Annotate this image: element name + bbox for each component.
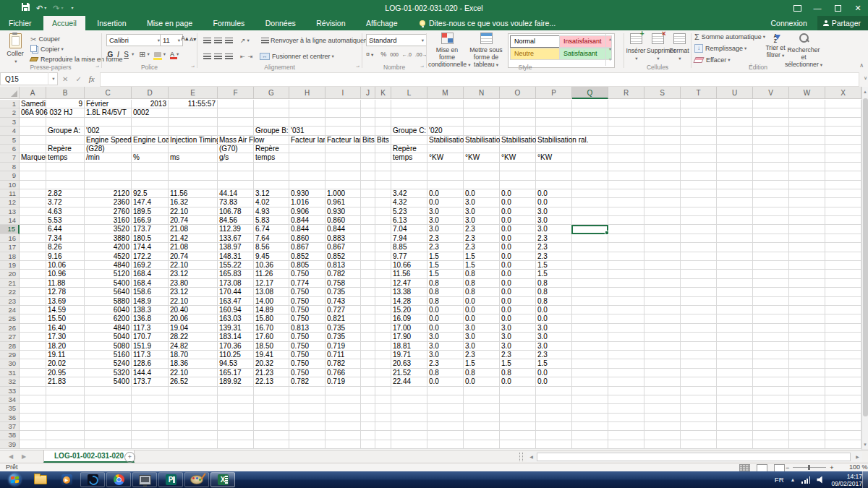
- cell-Q22[interactable]: [572, 288, 608, 296]
- cell-W15[interactable]: [789, 225, 825, 234]
- cell-R30[interactable]: [608, 359, 644, 368]
- cell-H25[interactable]: 0.750: [289, 314, 326, 323]
- cell-L34[interactable]: [391, 395, 427, 404]
- cell-E35[interactable]: [169, 404, 218, 413]
- cell-N16[interactable]: 2.3: [464, 234, 500, 243]
- cell-T34[interactable]: [681, 395, 717, 404]
- cell-J2[interactable]: [361, 108, 375, 117]
- cell-V26[interactable]: [753, 324, 789, 333]
- cell-I18[interactable]: 0.852: [326, 252, 361, 261]
- cell-H31[interactable]: 0.750: [289, 369, 326, 377]
- cell-P15[interactable]: 3.0: [536, 225, 572, 234]
- cell-C8[interactable]: [85, 163, 132, 171]
- cell-C11[interactable]: 2120: [85, 189, 132, 198]
- row-header-27[interactable]: 27: [0, 333, 20, 341]
- cell-Q24[interactable]: [572, 306, 608, 314]
- cell-V27[interactable]: [753, 333, 789, 341]
- cell-U24[interactable]: [717, 306, 753, 314]
- cell-V22[interactable]: [753, 288, 789, 296]
- cell-K37[interactable]: [375, 422, 391, 431]
- cell-S27[interactable]: [644, 333, 681, 341]
- cell-U33[interactable]: [717, 387, 753, 395]
- cell-N38[interactable]: [464, 431, 500, 440]
- cell-P30[interactable]: 1.5: [536, 359, 572, 368]
- cell-E27[interactable]: 28.22: [169, 333, 218, 341]
- cell-Q39[interactable]: [572, 440, 608, 449]
- cell-L13[interactable]: 5.23: [391, 207, 427, 216]
- cell-O10[interactable]: [500, 181, 536, 189]
- cell-D39[interactable]: [132, 440, 169, 449]
- cell-B15[interactable]: 6.44: [46, 225, 85, 234]
- cell-I15[interactable]: 0.844: [326, 225, 361, 234]
- cell-E15[interactable]: 21.08: [169, 225, 218, 234]
- cell-V20[interactable]: [753, 270, 789, 278]
- cell-Q2[interactable]: [572, 108, 608, 117]
- format-cells-button[interactable]: Format▾: [668, 33, 690, 62]
- cell-N28[interactable]: 3.0: [464, 342, 500, 351]
- cell-W20[interactable]: [789, 270, 825, 278]
- cell-M37[interactable]: [427, 422, 464, 431]
- cell-S6[interactable]: [644, 145, 681, 153]
- italic-button[interactable]: I: [114, 51, 122, 59]
- cell-I35[interactable]: [326, 404, 361, 413]
- cell-F18[interactable]: 148.31: [218, 252, 254, 261]
- cell-B1[interactable]: 9: [46, 100, 85, 108]
- column-header-K[interactable]: K: [375, 87, 391, 99]
- cell-A4[interactable]: [20, 127, 46, 135]
- cell-D29[interactable]: 117.3: [132, 351, 169, 359]
- style-normal[interactable]: Normal: [510, 35, 563, 48]
- cell-T39[interactable]: [681, 440, 717, 449]
- cell-D7[interactable]: %: [132, 153, 169, 162]
- cell-P4[interactable]: [536, 127, 572, 135]
- cell-T29[interactable]: [681, 351, 717, 359]
- cell-X37[interactable]: [825, 422, 861, 431]
- row-header-5[interactable]: 5: [0, 136, 20, 145]
- row-header-28[interactable]: 28: [0, 342, 20, 351]
- row-header-32[interactable]: 32: [0, 377, 20, 386]
- cell-D31[interactable]: 144.4: [132, 369, 169, 377]
- cell-S18[interactable]: [644, 252, 681, 261]
- cell-V25[interactable]: [753, 314, 789, 323]
- cell-K11[interactable]: [375, 189, 391, 198]
- cell-G14[interactable]: 5.83: [254, 216, 289, 225]
- cell-W5[interactable]: [789, 136, 825, 145]
- cell-O39[interactable]: [500, 440, 536, 449]
- cell-H13[interactable]: 0.906: [289, 207, 326, 216]
- cell-T5[interactable]: [681, 136, 717, 145]
- cell-K6[interactable]: [375, 145, 391, 153]
- cell-D11[interactable]: 92.5: [132, 189, 169, 198]
- cell-J14[interactable]: [361, 216, 375, 225]
- cell-H9[interactable]: [289, 171, 326, 180]
- cell-W28[interactable]: [789, 342, 825, 351]
- cell-P6[interactable]: [536, 145, 572, 153]
- cell-G23[interactable]: 14.00: [254, 297, 289, 306]
- cell-C35[interactable]: [85, 404, 132, 413]
- cell-N7[interactable]: °KW: [464, 153, 500, 162]
- cell-P35[interactable]: [536, 404, 572, 413]
- cell-B20[interactable]: 10.96: [46, 270, 85, 278]
- accounting-format-icon[interactable]: ¤▾: [366, 51, 377, 58]
- cell-X8[interactable]: [825, 163, 861, 171]
- cell-C38[interactable]: [85, 431, 132, 440]
- cell-M3[interactable]: [427, 118, 464, 127]
- cell-I2[interactable]: [326, 108, 361, 117]
- cell-F37[interactable]: [218, 422, 254, 431]
- cell-N11[interactable]: 0.0: [464, 189, 500, 198]
- cell-W4[interactable]: [789, 127, 825, 135]
- cell-E6[interactable]: [169, 145, 218, 153]
- cell-A10[interactable]: [20, 181, 46, 189]
- cell-O7[interactable]: °KW: [500, 153, 536, 162]
- row-header-36[interactable]: 36: [0, 414, 20, 422]
- shrink-font-button[interactable]: A▾: [190, 36, 196, 43]
- cell-I38[interactable]: [326, 431, 361, 440]
- cell-P20[interactable]: 1.5: [536, 270, 572, 278]
- vertical-scrollbar[interactable]: ▲ ▼: [861, 87, 868, 450]
- cell-W17[interactable]: [789, 243, 825, 252]
- cell-H27[interactable]: 0.750: [289, 333, 326, 341]
- cell-E5[interactable]: Injection Timing: [169, 136, 218, 145]
- cell-T11[interactable]: [681, 189, 717, 198]
- row-header-25[interactable]: 25: [0, 314, 20, 323]
- cell-P34[interactable]: [536, 395, 572, 404]
- cell-H37[interactable]: [289, 422, 326, 431]
- cell-U3[interactable]: [717, 118, 753, 127]
